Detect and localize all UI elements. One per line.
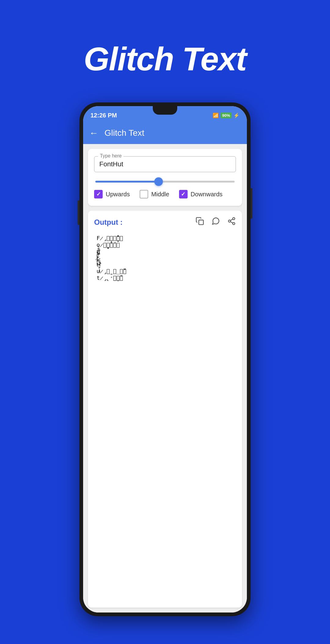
input-card: Type here ✓ Upwards xyxy=(88,149,242,206)
output-actions xyxy=(196,217,236,228)
downwards-label: Downwards xyxy=(191,191,222,198)
upwards-checkbox-item[interactable]: ✓ Upwards xyxy=(94,190,130,198)
upwards-checkbox[interactable]: ✓ xyxy=(94,190,103,198)
app-main-title: Glitch Text xyxy=(84,40,246,78)
network-icon: 📶 xyxy=(213,113,219,118)
middle-label: Middle xyxy=(151,191,169,198)
downwards-checkbox[interactable]: ✓ xyxy=(179,190,188,198)
text-field-label: Type here xyxy=(98,153,123,159)
phone-notch xyxy=(153,106,177,115)
battery-icon: 90% xyxy=(221,113,232,118)
phone-screen: 12:26 PM 📶 90% ⚡ ← Glitch Text Type here xyxy=(83,106,247,613)
lightning-icon: ⚡ xyxy=(233,113,240,118)
check-mark: ✓ xyxy=(96,191,101,198)
slider-container xyxy=(94,178,236,184)
middle-checkbox-item[interactable]: Middle xyxy=(140,190,169,198)
phone-volume-button xyxy=(78,200,79,225)
svg-line-4 xyxy=(230,222,233,223)
back-button[interactable]: ← xyxy=(89,128,98,138)
output-header: Output : xyxy=(94,217,236,228)
status-icons: 📶 90% ⚡ xyxy=(213,113,240,118)
svg-rect-0 xyxy=(199,220,204,225)
glitch-output-text: F̷̡͕̱̩͔͉̫̩̉̃̈́̎͑͜ o̷͓̟̦̤̝͖̊̇͌̈́͑ͅ n̷̛̙̜̲… xyxy=(97,235,233,281)
output-text-area: F̷̡͕̱̩͔͉̫̩̉̃̈́̎͑͜ o̷͓̟̦̤̝͖̊̇͌̈́͑ͅ n̷̛̙̜̲… xyxy=(94,232,236,601)
middle-checkbox[interactable] xyxy=(140,190,148,198)
content-area: Type here ✓ Upwards xyxy=(83,144,247,613)
app-bar-title: Glitch Text xyxy=(105,128,144,138)
app-bar: ← Glitch Text xyxy=(83,122,247,144)
phone-frame: 12:26 PM 📶 90% ⚡ ← Glitch Text Type here xyxy=(79,102,251,616)
text-input[interactable] xyxy=(99,160,231,168)
downwards-checkbox-item[interactable]: ✓ Downwards xyxy=(179,190,222,198)
share-button[interactable] xyxy=(227,217,236,228)
check-mark-2: ✓ xyxy=(181,191,185,198)
text-field-wrapper: Type here xyxy=(94,156,236,172)
phone-power-button xyxy=(251,188,252,219)
copy-button[interactable] xyxy=(196,217,204,228)
svg-point-1 xyxy=(233,217,235,220)
svg-point-2 xyxy=(229,220,231,222)
svg-point-3 xyxy=(233,223,235,225)
output-card: Output : xyxy=(88,211,242,608)
whatsapp-button[interactable] xyxy=(211,217,220,228)
output-label: Output : xyxy=(94,218,196,227)
upwards-label: Upwards xyxy=(106,191,130,198)
glitch-intensity-slider[interactable] xyxy=(95,181,235,183)
svg-line-5 xyxy=(230,219,233,221)
status-time: 12:26 PM xyxy=(90,112,117,119)
checkboxes-row: ✓ Upwards Middle ✓ Downwards xyxy=(94,190,236,198)
